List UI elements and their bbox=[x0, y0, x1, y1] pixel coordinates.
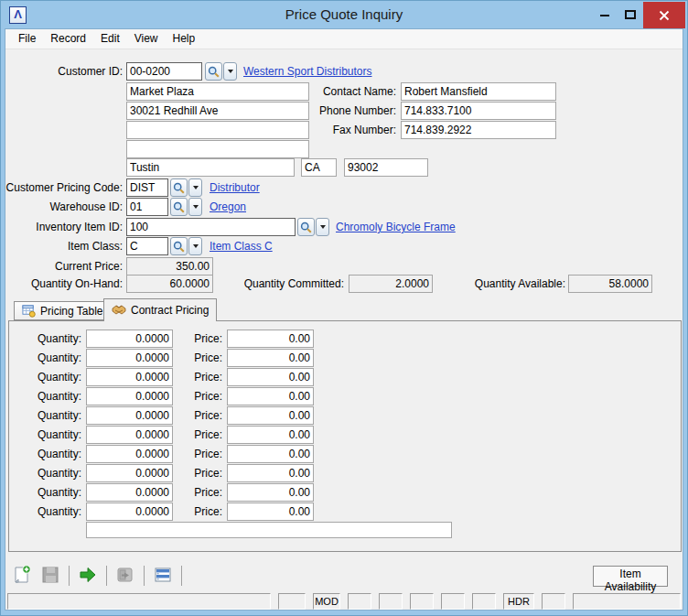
contract-price-field[interactable] bbox=[227, 445, 314, 463]
record-list-icon bbox=[153, 565, 173, 585]
maximize-icon bbox=[625, 10, 636, 19]
toolbar-separator bbox=[69, 566, 70, 586]
tab-pricing-table-label: Pricing Table bbox=[40, 305, 102, 318]
contract-price-label: Price: bbox=[135, 387, 222, 405]
handshake-icon bbox=[112, 303, 126, 318]
contract-quantity-label: Quantity: bbox=[5, 464, 81, 482]
fax-number-label: Fax Number: bbox=[305, 121, 396, 139]
new-record-icon bbox=[12, 565, 32, 585]
contract-pricing-row: Quantity: Price: bbox=[5, 349, 371, 367]
city-field[interactable] bbox=[126, 158, 295, 177]
address2-field[interactable] bbox=[126, 102, 309, 120]
pricing-code-field[interactable] bbox=[126, 178, 168, 197]
magnifier-icon bbox=[173, 201, 185, 213]
qty-committed-label: Quantity Committed: bbox=[225, 275, 344, 293]
record-list-button[interactable] bbox=[151, 564, 175, 588]
pricing-code-lookup-button[interactable] bbox=[170, 178, 188, 197]
contact-name-label: Contact Name: bbox=[305, 82, 396, 101]
menu-file[interactable]: File bbox=[11, 29, 43, 49]
pricing-code-link[interactable]: Distributor bbox=[210, 178, 260, 197]
contract-price-field[interactable] bbox=[227, 483, 314, 502]
price-quote-inquiry-window: Λ Price Quote Inquiry File Record Edit V… bbox=[0, 0, 688, 616]
item-id-field[interactable] bbox=[126, 218, 296, 236]
contract-pricing-row: Quantity: Price: bbox=[5, 387, 371, 405]
contract-price-field[interactable] bbox=[227, 464, 314, 482]
status-panel bbox=[472, 593, 496, 610]
customer-id-label: Customer ID: bbox=[5, 62, 123, 81]
warehouse-lookup-button[interactable] bbox=[170, 198, 188, 216]
close-button[interactable] bbox=[643, 2, 685, 28]
status-panel bbox=[573, 593, 681, 610]
current-price-field bbox=[126, 257, 213, 276]
status-panel bbox=[278, 593, 306, 610]
contract-price-field[interactable] bbox=[227, 368, 314, 386]
customer-name-link[interactable]: Western Sport Distributors bbox=[243, 62, 372, 81]
toolbar-separator bbox=[106, 566, 107, 586]
item-class-field[interactable] bbox=[126, 237, 168, 255]
window-content: File Record Edit View Help Customer ID: … bbox=[5, 28, 683, 611]
item-dropdown-button[interactable] bbox=[316, 218, 329, 236]
maximize-button[interactable] bbox=[618, 2, 643, 28]
goto-record-icon bbox=[115, 565, 135, 585]
address1-field[interactable] bbox=[126, 82, 309, 101]
contract-price-field[interactable] bbox=[227, 406, 314, 425]
new-record-button[interactable] bbox=[10, 564, 34, 588]
minimize-button[interactable] bbox=[592, 2, 618, 28]
contract-pricing-row: Quantity: Price: bbox=[5, 445, 371, 463]
status-panel bbox=[441, 593, 465, 610]
tab-pricing-table[interactable]: Pricing Table bbox=[14, 301, 111, 320]
phone-number-field[interactable] bbox=[401, 102, 556, 120]
tab-contract-pricing[interactable]: Contract Pricing bbox=[103, 298, 217, 321]
customer-id-field[interactable] bbox=[126, 62, 202, 81]
qty-available-field bbox=[568, 275, 652, 293]
contract-note-field[interactable] bbox=[86, 522, 452, 538]
contract-price-field[interactable] bbox=[227, 503, 314, 521]
item-class-lookup-button[interactable] bbox=[170, 237, 188, 255]
customer-dropdown-button[interactable] bbox=[223, 62, 237, 81]
goto-record-button[interactable] bbox=[113, 564, 137, 588]
item-availability-button[interactable]: Item Availability bbox=[593, 566, 668, 587]
contract-quantity-label: Quantity: bbox=[5, 368, 81, 386]
pricing-code-dropdown-button[interactable] bbox=[188, 178, 202, 197]
item-lookup-button[interactable] bbox=[297, 218, 315, 236]
fax-number-field[interactable] bbox=[401, 121, 556, 139]
state-field[interactable] bbox=[301, 158, 337, 177]
contract-price-field[interactable] bbox=[227, 426, 314, 444]
titlebar: Λ Price Quote Inquiry bbox=[1, 1, 687, 28]
item-class-link[interactable]: Item Class C bbox=[210, 237, 273, 255]
contract-pricing-row: Quantity: Price: bbox=[5, 483, 371, 502]
address4-field[interactable] bbox=[126, 140, 309, 158]
save-record-button[interactable] bbox=[38, 564, 62, 588]
contract-quantity-label: Quantity: bbox=[5, 426, 81, 444]
contract-price-field[interactable] bbox=[227, 387, 314, 405]
contract-price-label: Price: bbox=[135, 464, 222, 482]
contact-name-field[interactable] bbox=[401, 82, 556, 101]
chevron-down-icon bbox=[193, 186, 199, 189]
customer-lookup-button[interactable] bbox=[205, 62, 222, 81]
menu-view[interactable]: View bbox=[127, 29, 166, 49]
window-title: Price Quote Inquiry bbox=[56, 1, 632, 28]
contract-price-field[interactable] bbox=[227, 330, 314, 348]
contract-price-field[interactable] bbox=[227, 349, 314, 367]
pricing-code-label: Customer Pricing Code: bbox=[5, 178, 123, 197]
next-record-button[interactable] bbox=[76, 564, 100, 588]
contract-price-label: Price: bbox=[135, 368, 222, 386]
item-class-dropdown-button[interactable] bbox=[188, 237, 202, 255]
contract-price-label: Price: bbox=[135, 426, 222, 444]
toolbar-separator bbox=[144, 566, 145, 586]
item-description-link[interactable]: Chromoly Bicycle Frame bbox=[336, 218, 456, 236]
contract-price-label: Price: bbox=[135, 445, 222, 463]
warehouse-label: Warehouse ID: bbox=[5, 198, 123, 216]
menu-edit[interactable]: Edit bbox=[93, 29, 127, 49]
chevron-down-icon bbox=[228, 70, 233, 73]
menu-record[interactable]: Record bbox=[43, 29, 93, 49]
menu-help[interactable]: Help bbox=[166, 29, 203, 49]
warehouse-field[interactable] bbox=[126, 198, 168, 216]
chevron-down-icon bbox=[320, 225, 326, 229]
warehouse-link[interactable]: Oregon bbox=[210, 198, 246, 216]
zip-field[interactable] bbox=[344, 158, 428, 177]
address3-field[interactable] bbox=[126, 121, 309, 139]
status-panel bbox=[7, 593, 271, 610]
warehouse-dropdown-button[interactable] bbox=[188, 198, 202, 216]
contract-pricing-row: Quantity: Price: bbox=[5, 426, 371, 444]
